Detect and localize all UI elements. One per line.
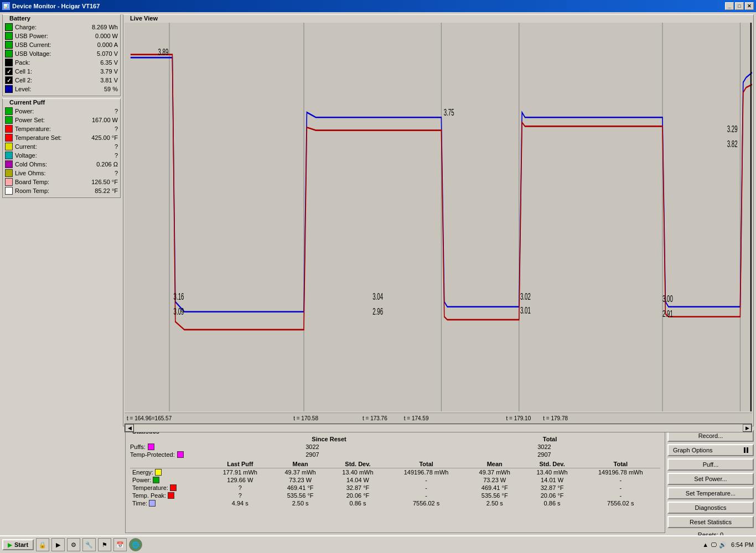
puff-label-6: Cold Ohms: [15, 161, 82, 168]
window-controls[interactable]: _ □ ✕ [725, 2, 754, 10]
diagnostics-button[interactable]: Diagnostics [667, 502, 754, 514]
puff-value-6: 0.206 Ω [85, 161, 118, 168]
graph-scrollbar[interactable]: ◀ ▶ [125, 424, 752, 432]
puff-color-5 [5, 152, 13, 159]
taskbar-icon-1[interactable]: 🔒 [36, 538, 49, 551]
puffs-total: 3022 [428, 444, 660, 450]
svg-rect-0 [125, 23, 752, 411]
puff-label-0: Power: [15, 108, 82, 114]
set-temperature-button[interactable]: Set Temperature... [667, 487, 754, 499]
scroll-right-button[interactable]: ▶ [743, 424, 752, 432]
col-total-t: Total [581, 460, 660, 468]
puff-value-4: ? [85, 143, 118, 150]
reset-statistics-button[interactable]: Reset Statistics [667, 516, 754, 528]
battery-color-7 [5, 85, 13, 93]
puff-value-8: 126.50 °F [85, 179, 118, 185]
battery-group: Battery Charge:8.269 WhUSB Power:0.000 W… [2, 14, 121, 96]
svg-text:3.04: 3.04 [372, 292, 383, 302]
tray-arrow: ▲ [702, 541, 708, 548]
battery-color-0 [5, 23, 13, 31]
graph-area[interactable]: 3.89 3.16 3.09 3.04 2.96 3.75 3.02 3.01 … [125, 23, 752, 411]
current-puff-label: Current Puff [7, 99, 47, 106]
puff-color-3 [5, 134, 13, 142]
stats-1-totalSR: - [386, 476, 465, 484]
puff-label-2: Temperature: [15, 126, 82, 132]
system-tray: ▲ 🖵 🔊 [702, 541, 727, 549]
col-mean-t: Mean [466, 460, 524, 468]
taskbar-icon-6[interactable]: 📅 [113, 538, 127, 551]
statistics-panel: Statistics Since Reset Total Puffs: [125, 427, 665, 533]
stats-0-stdDevT: 13.40 mWh [524, 468, 581, 477]
stats-1-totalT: - [581, 476, 660, 484]
puff-row-7: Live Ohms:? [5, 169, 118, 178]
taskbar-icon-5[interactable]: ⚑ [98, 538, 111, 551]
puffs-label: Puffs: [130, 444, 146, 450]
stats-2-stdDevT: 32.87 °F [524, 484, 581, 492]
app-icon: 📊 [2, 2, 10, 10]
battery-label-2: USB Current: [15, 41, 82, 48]
taskbar-icon-4[interactable]: 🔧 [82, 538, 96, 551]
taskbar-icon-7[interactable]: 🌐 [129, 538, 142, 551]
graph-timeline: t = 164.96=165.57 t = 170.58 t = 173.76 … [125, 413, 752, 424]
clock: 6:54 PM [731, 541, 754, 548]
stats-3-meanSR: 535.56 °F [272, 492, 329, 499]
svg-text:2.91: 2.91 [662, 309, 673, 319]
battery-value-2: 0.000 A [85, 41, 118, 48]
stats-4-stdDevT: 0.86 s [524, 499, 581, 507]
battery-row-4: Pack:6.35 V [5, 58, 118, 67]
stats-row-3: Temp. Peak: ?535.56 °F20.06 °F-535.56 °F… [130, 492, 660, 499]
svg-text:3.01: 3.01 [520, 306, 531, 316]
puff-color-0 [5, 107, 13, 115]
stats-3-meanT: 535.56 °F [466, 492, 524, 499]
taskbar-icon-2[interactable]: ▶ [51, 538, 65, 551]
stats-0-meanSR: 49.37 mWh [272, 468, 329, 477]
puff-label-9: Room Temp: [15, 187, 82, 194]
battery-label: Battery [7, 15, 33, 22]
stats-1-lastPuff: 129.66 W [209, 476, 272, 484]
puff-value-2: ? [85, 126, 118, 132]
graph-options-button[interactable]: Graph Options [667, 444, 754, 456]
battery-label-1: USB Power: [15, 33, 82, 39]
puff-row-9: Room Temp:85.22 °F [5, 186, 118, 195]
set-power-button[interactable]: Set Power... [667, 473, 754, 485]
stats-row-2: Temperature: ?469.41 °F32.87 °F-469.41 °… [130, 484, 660, 492]
puff-row-5: Voltage:? [5, 151, 118, 160]
battery-value-3: 5.070 V [85, 50, 118, 57]
puff-label-1: Power Set: [15, 117, 82, 123]
close-button[interactable]: ✕ [745, 2, 754, 10]
stats-4-totalSR: 7556.02 s [386, 499, 465, 507]
taskbar-icon-3[interactable]: ⚙ [67, 538, 80, 551]
time-marker-4: t = 174.59 [404, 415, 429, 421]
svg-text:3.82: 3.82 [727, 139, 738, 149]
scroll-left-button[interactable]: ◀ [125, 424, 134, 432]
stats-0-meanT: 49.37 mWh [466, 468, 524, 477]
battery-label-7: Level: [15, 86, 82, 92]
stats-0-totalSR: 149196.78 mWh [386, 468, 465, 477]
puff-row-6: Cold Ohms:0.206 Ω [5, 160, 118, 169]
puff-color-2 [5, 125, 13, 133]
since-reset-header: Since Reset [219, 436, 439, 442]
svg-text:3.09: 3.09 [174, 307, 184, 317]
puff-row-1: Power Set:167.00 W [5, 116, 118, 124]
battery-color-4 [5, 59, 13, 66]
stats-1-stdDevT: 14.01 W [524, 476, 581, 484]
stats-4-meanT: 2.50 s [466, 499, 524, 507]
maximize-button[interactable]: □ [735, 2, 744, 10]
battery-color-6: ✓ [5, 76, 13, 84]
stats-3-stdDevT: 20.06 °F [524, 492, 581, 499]
battery-row-6: ✓Cell 2:3.81 V [5, 76, 118, 85]
puff-button[interactable]: Puff... [667, 458, 754, 471]
battery-value-0: 8.269 Wh [85, 24, 118, 30]
col-mean-sr: Mean [272, 460, 329, 468]
live-view-panel: Live View [123, 14, 754, 426]
puff-label-8: Board Temp: [15, 179, 82, 185]
puff-label-3: Temperature Set: [15, 134, 82, 141]
stats-row-0: Energy: 177.91 mWh49.37 mWh13.40 mWh1491… [130, 468, 660, 477]
time-marker-1: t = 164.96=165.57 [127, 415, 172, 421]
puff-color-7 [5, 169, 13, 177]
minimize-button[interactable]: _ [725, 2, 734, 10]
start-button[interactable]: ▶ Start [2, 539, 34, 550]
stats-row-1: Power: 129.66 W73.23 W14.04 W-73.23 W14.… [130, 476, 660, 484]
battery-color-1 [5, 32, 13, 40]
time-marker-3: t = 173.76 [363, 415, 387, 421]
